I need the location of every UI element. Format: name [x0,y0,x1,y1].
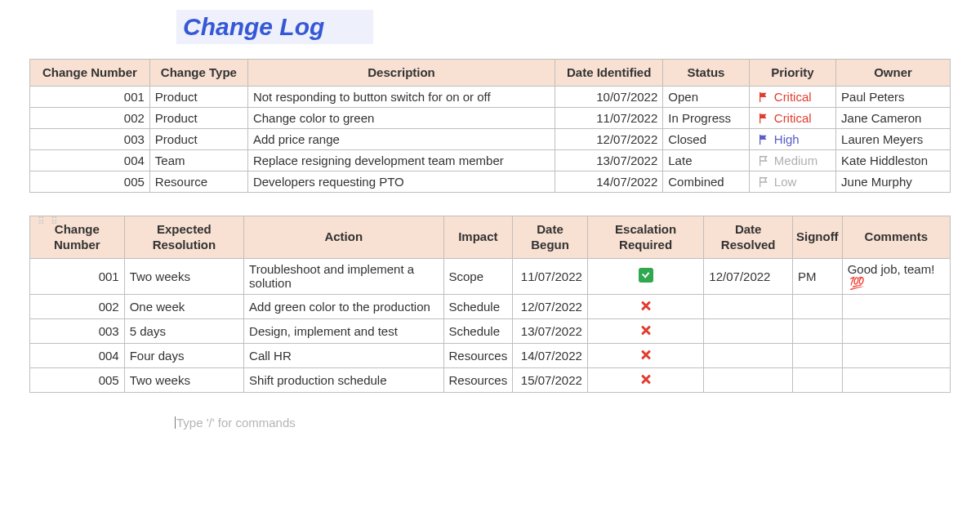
table-row[interactable]: 002ProductChange color to green11/07/202… [30,107,951,128]
cell-description: Change color to green [247,107,555,128]
cell-owner: June Murphy [836,171,951,192]
cell-action: Add green color to the production [244,294,443,318]
cell-date-begun: 15/07/2022 [513,367,588,392]
cell-escalation [587,318,703,343]
cell-priority: Critical [749,107,835,128]
cell-signoff: PM [792,258,842,294]
title-band: Change Log [176,10,373,44]
cell-change-number: 004 [30,149,150,171]
column-header: Expected Resolution [124,216,243,258]
cell-action: Troubleshoot and implement a solution [244,258,443,294]
cell-status: Late [663,149,750,171]
cell-priority: Medium [749,149,835,171]
table-row[interactable]: 004Four daysCall HRResources14/07/2022 [30,343,951,367]
priority-label: Low [774,175,797,189]
cross-icon [639,372,653,386]
change-log-table-1: Change NumberChange TypeDescriptionDate … [29,59,951,193]
cell-comments [842,367,950,392]
cell-action: Shift production schedule [244,367,443,392]
cell-change-type: Resource [149,171,247,192]
cell-impact: Scope [443,258,513,294]
cell-change-number: 002 [30,294,125,318]
hundred-icon: 💯 [849,276,865,290]
cell-escalation [587,367,703,392]
table-row[interactable]: 003ProductAdd price range12/07/2022Close… [30,128,951,149]
cell-signoff [792,367,842,392]
priority-label: High [774,132,800,146]
flag-icon [758,175,774,189]
cell-owner: Lauren Meyers [836,128,951,149]
column-header: Status [663,60,750,87]
cell-description: Add price range [247,128,555,149]
flag-icon [758,111,774,125]
cell-escalation [587,294,703,318]
cell-escalation [587,258,703,294]
column-header: Signoff [792,216,842,258]
cell-priority: Critical [749,86,835,107]
column-header: Description [247,60,555,87]
check-icon [639,268,653,283]
column-header: Comments [842,216,950,258]
cell-owner: Kate Hiddleston [836,149,951,171]
cell-change-number: 005 [30,171,150,192]
table-row[interactable]: 002One weekAdd green color to the produc… [30,294,951,318]
cell-priority: Low [749,171,835,192]
cell-description: Developers requesting PTO [247,171,555,192]
column-header: Date Identified [555,60,663,87]
drag-handle-icon[interactable]: ⠿ ⠿ [38,216,60,227]
table-row[interactable]: 005ResourceDevelopers requesting PTO14/0… [30,171,951,192]
page-title: Change Log [183,13,324,40]
cell-action: Design, implement and test [244,318,443,343]
table-row[interactable]: 001Two weeksTroubleshoot and implement a… [30,258,951,294]
table-row[interactable]: 0035 daysDesign, implement and testSched… [30,318,951,343]
table-row[interactable]: 005Two weeksShift production scheduleRes… [30,367,951,392]
cell-priority: High [749,128,835,149]
cell-comments: Good job, team!💯 [842,258,950,294]
cell-signoff [792,318,842,343]
cell-expected-resolution: 5 days [124,318,243,343]
cell-date-resolved [704,318,793,343]
cell-status: In Progress [663,107,750,128]
cell-change-type: Product [149,107,247,128]
cell-change-number: 004 [30,343,125,367]
table-row[interactable]: 004TeamReplace resigning development tea… [30,149,951,171]
cell-impact: Resources [443,367,513,392]
flag-icon [758,132,774,146]
cell-date-begun: 11/07/2022 [513,258,588,294]
cell-date-resolved [704,294,793,318]
cell-change-number: 003 [30,318,125,343]
cell-action: Call HR [244,343,443,367]
cell-owner: Paul Peters [836,86,951,107]
cell-change-number: 005 [30,367,125,392]
cell-change-number: 001 [30,86,150,107]
cell-date-identified: 12/07/2022 [555,128,663,149]
column-header: Priority [749,60,835,87]
cell-date-resolved [704,367,793,392]
cell-date-identified: 10/07/2022 [555,86,663,107]
cell-status: Closed [663,128,750,149]
cell-date-identified: 14/07/2022 [555,171,663,192]
cell-status: Combined [663,171,750,192]
cell-escalation [587,343,703,367]
cell-expected-resolution: One week [124,294,243,318]
cell-comments [842,343,950,367]
cell-date-begun: 14/07/2022 [513,343,588,367]
priority-label: Critical [774,111,812,125]
cell-date-begun: 13/07/2022 [513,318,588,343]
cell-date-resolved: 12/07/2022 [704,258,793,294]
change-log-table-2: Change NumberExpected ResolutionActionIm… [29,216,951,393]
column-header: Owner [836,60,951,87]
column-header: Change Type [149,60,247,87]
cell-change-type: Product [149,86,247,107]
cell-description: Replace resigning development team membe… [247,149,555,171]
command-input[interactable]: Type '/' for commands [176,416,951,430]
column-header: Date Resolved [704,216,793,258]
column-header: Change Number [30,60,150,87]
table-row[interactable]: 001ProductNot responding to button switc… [30,86,951,107]
cross-icon [639,298,653,313]
priority-label: Critical [774,90,812,104]
cell-comments [842,294,950,318]
cell-impact: Schedule [443,318,513,343]
cell-expected-resolution: Two weeks [124,367,243,392]
cross-icon [639,323,653,337]
